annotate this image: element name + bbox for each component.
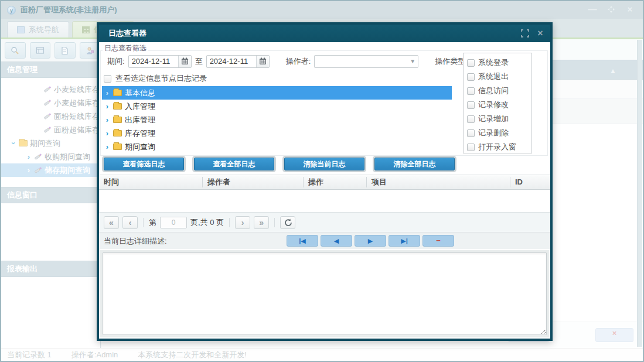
separator: [143, 218, 144, 227]
checkbox-row-login[interactable]: 系统登录: [467, 56, 531, 70]
log-table-header: 时间 操作者 操作 项目 ID: [99, 175, 550, 190]
checkbox[interactable]: [467, 87, 475, 95]
separator: [229, 218, 230, 227]
operator-combobox[interactable]: ▼: [314, 55, 418, 68]
application-window: y 面粉厂管理系统(非注册用户) — × 系统导航 信息管理 信息管理: [0, 0, 644, 362]
checkbox-row-logout[interactable]: 系统退出: [467, 70, 531, 84]
date-to-input[interactable]: [207, 56, 256, 67]
log-node-tree: › 基本信息 › 入库管理 › 出库管理 › 库存管理: [102, 86, 452, 153]
tree-item-inventory[interactable]: › 库存管理: [102, 127, 452, 140]
refresh-icon[interactable]: [280, 216, 295, 229]
column-header-item[interactable]: 项目: [367, 177, 510, 187]
first-page-button[interactable]: «: [104, 216, 119, 229]
checkbox-row-delete[interactable]: 记录删除: [467, 126, 531, 140]
record-last-button[interactable]: ▶|: [389, 235, 420, 247]
operation-type-list: 系统登录 系统退出 信息访问 记录修改 记录增加 记录删除 打开录入窗: [463, 53, 532, 153]
dialog-body: 日志查看筛选 期间: 至 操作者: ▼ 操作类型:: [99, 42, 550, 339]
description-panel: [100, 250, 549, 337]
date-from-input[interactable]: [129, 56, 178, 67]
tree-item-outbound[interactable]: › 出库管理: [102, 113, 452, 127]
chevron-right-icon: ›: [104, 129, 110, 138]
checkbox[interactable]: [467, 59, 475, 67]
record-first-button[interactable]: |◀: [287, 235, 318, 247]
log-description-textarea[interactable]: [103, 252, 547, 335]
page-suffix-label: 页,共 0 页: [190, 217, 224, 228]
view-all-logs-button[interactable]: 查看全部日志: [194, 158, 274, 170]
tree-item-inbound[interactable]: › 入库管理: [102, 100, 452, 113]
checkbox-row-access[interactable]: 信息访问: [467, 84, 531, 98]
log-table-body: [99, 190, 550, 212]
folder-icon: [113, 144, 122, 150]
record-delete-button[interactable]: −: [422, 235, 454, 247]
last-page-button[interactable]: »: [254, 216, 269, 229]
to-label: 至: [195, 56, 203, 67]
close-icon[interactable]: ×: [535, 29, 546, 38]
checkbox[interactable]: [467, 144, 475, 151]
date-to-field: [206, 55, 270, 68]
column-header-operator[interactable]: 操作者: [203, 177, 304, 187]
calendar-icon[interactable]: [178, 56, 191, 67]
operator-label: 操作者:: [286, 56, 311, 67]
checkbox-row-add[interactable]: 记录增加: [467, 112, 531, 126]
record-prev-button[interactable]: ◀: [321, 235, 352, 247]
chevron-right-icon: ›: [104, 142, 110, 151]
page-number-input[interactable]: [160, 217, 187, 228]
chevron-right-icon: ›: [104, 115, 110, 124]
dialog-titlebar[interactable]: 日志查看器 ×: [99, 25, 550, 42]
checkbox-row-modify[interactable]: 记录修改: [467, 98, 531, 112]
page-prefix-label: 第: [149, 217, 156, 228]
maximize-icon[interactable]: [520, 29, 530, 38]
node-filter-label: 查看选定信息节点日志记录: [115, 73, 207, 84]
chevron-right-icon: ›: [104, 102, 110, 111]
tree-item-basic-info[interactable]: › 基本信息: [102, 86, 452, 100]
checkbox[interactable]: [104, 75, 111, 83]
record-next-button[interactable]: ▶: [355, 235, 386, 247]
checkbox[interactable]: [467, 73, 475, 81]
checkbox[interactable]: [467, 101, 475, 109]
detail-label: 当前日志详细描述:: [104, 236, 167, 247]
next-page-button[interactable]: ›: [235, 216, 250, 229]
column-header-time[interactable]: 时间: [99, 177, 203, 187]
pagination-toolbar: « ‹ 第 页,共 0 页 › »: [99, 212, 550, 233]
checkbox[interactable]: [467, 129, 475, 137]
filter-row: 期间: 至 操作者: ▼ 操作类型:: [107, 54, 468, 68]
tree-item-period-query[interactable]: › 期间查询: [102, 140, 452, 153]
checkbox-row-open-entry[interactable]: 打开录入窗: [467, 140, 531, 153]
folder-icon: [113, 90, 122, 96]
clear-all-logs-button[interactable]: 清除全部日志: [374, 158, 455, 170]
chevron-right-icon: ›: [104, 88, 110, 97]
filter-group-label: 日志查看筛选: [103, 43, 148, 53]
column-header-operation[interactable]: 操作: [304, 177, 367, 187]
separator: [274, 218, 275, 227]
folder-icon: [113, 117, 122, 123]
detail-row: 当前日志详细描述: |◀ ◀ ▶ ▶| −: [99, 233, 550, 249]
folder-icon: [113, 130, 122, 136]
date-from-field: [128, 55, 192, 68]
prev-page-button[interactable]: ‹: [122, 216, 138, 229]
checkbox[interactable]: [467, 115, 475, 123]
node-filter-checkbox-row[interactable]: 查看选定信息节点日志记录: [104, 73, 207, 84]
column-header-id[interactable]: ID: [510, 177, 549, 187]
dialog-title: 日志查看器: [108, 28, 146, 39]
folder-icon: [113, 103, 122, 110]
calendar-icon[interactable]: [256, 56, 269, 67]
log-viewer-dialog: 日志查看器 × 日志查看筛选 期间: 至 操作者:: [97, 22, 553, 341]
chevron-down-icon: ▼: [410, 58, 415, 64]
clear-current-logs-button[interactable]: 清除当前日志: [284, 158, 364, 170]
action-button-row: 查看筛选日志 查看全部日志 清除当前日志 清除全部日志: [101, 156, 455, 172]
period-label: 期间:: [107, 56, 125, 67]
view-filtered-logs-button[interactable]: 查看筛选日志: [104, 158, 184, 170]
